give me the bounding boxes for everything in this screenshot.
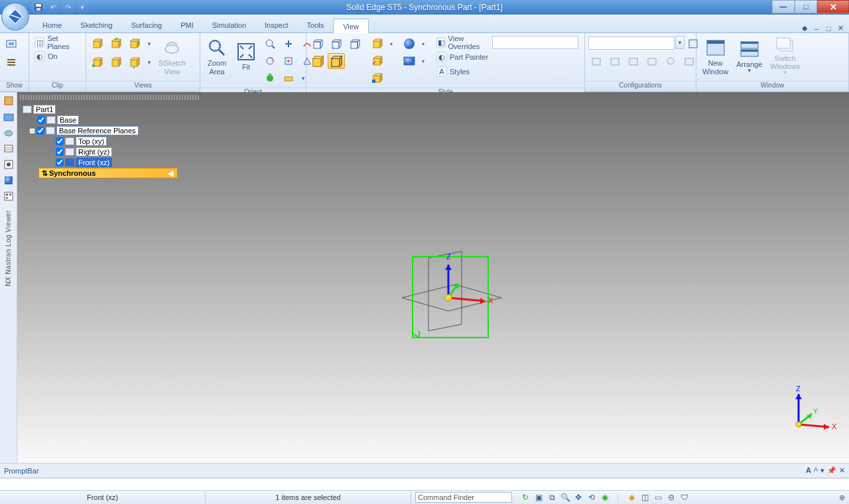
- styles-button[interactable]: A Styles: [434, 65, 582, 78]
- prompt-input[interactable]: [0, 478, 849, 490]
- style-gradient-icon[interactable]: [401, 53, 418, 69]
- tree-plane-front[interactable]: Front (xz): [54, 157, 178, 168]
- views-dropdown-icon[interactable]: ▼: [145, 36, 154, 52]
- status-zoomout-icon[interactable]: ⊖: [666, 492, 677, 503]
- status-fit-icon[interactable]: ▣: [533, 492, 544, 503]
- arrange-button[interactable]: Arrange▼: [733, 34, 765, 78]
- qat-redo-icon[interactable]: ↷: [61, 1, 74, 13]
- config-icon-1[interactable]: [588, 53, 605, 69]
- config-icon-3[interactable]: [625, 53, 642, 69]
- status-spin-icon[interactable]: ◉: [600, 492, 610, 503]
- part-painter-button[interactable]: ◐ Part Painter: [434, 50, 582, 64]
- style-yellow-cube-2[interactable]: [369, 53, 386, 69]
- tab-inspect[interactable]: Inspect: [255, 18, 297, 32]
- status-zoom-icon[interactable]: 🔍: [560, 492, 570, 503]
- 3d-viewport[interactable]: Part1 Base − Base Reference Planes Top (…: [17, 92, 849, 475]
- mdi-close-icon[interactable]: ✕: [836, 24, 845, 32]
- views-cube-6[interactable]: [126, 54, 143, 70]
- qat-undo-icon[interactable]: ↶: [46, 1, 60, 13]
- mdi-restore-icon[interactable]: □: [824, 25, 833, 32]
- qat-save-icon[interactable]: [32, 1, 45, 13]
- status-app-icon[interactable]: 🛡: [679, 492, 690, 503]
- orient-tool-7[interactable]: [261, 70, 279, 86]
- status-expand-icon[interactable]: ⊕: [839, 493, 849, 502]
- zoom-area-button[interactable]: ZoomArea: [203, 34, 231, 78]
- sidebar-icon-7[interactable]: [3, 190, 15, 202]
- set-planes-button[interactable]: ◫Set Planes: [32, 36, 83, 49]
- orient-tool-4[interactable]: [261, 53, 279, 69]
- views-cube-5[interactable]: [107, 54, 125, 70]
- orient-tool-8[interactable]: [280, 70, 297, 86]
- style-sphere-dd[interactable]: ▼: [419, 36, 427, 52]
- tree-plane-right[interactable]: Right (yz): [54, 147, 178, 157]
- sidebar-icon-5[interactable]: [3, 158, 15, 170]
- mdi-minimize-icon[interactable]: –: [812, 25, 821, 32]
- sidebar-icon-2[interactable]: [3, 111, 15, 123]
- tab-tools[interactable]: Tools: [298, 18, 334, 32]
- status-rotate-icon[interactable]: ⟲: [586, 492, 597, 503]
- config-icon-2[interactable]: [606, 53, 623, 69]
- tree-plane-right-check[interactable]: [56, 148, 64, 156]
- window-minimize-button[interactable]: —: [772, 0, 795, 13]
- tab-home[interactable]: Home: [33, 18, 71, 32]
- views-cube-3[interactable]: [126, 36, 143, 52]
- config-combo-dd[interactable]: ▼: [675, 36, 685, 49]
- sidebar-icon-3[interactable]: [3, 127, 15, 139]
- nastran-log-label[interactable]: NX Nastran Log Viewer: [5, 210, 12, 286]
- orient-tool-1[interactable]: [261, 36, 279, 52]
- tree-plane-top[interactable]: Top (xy): [54, 136, 178, 147]
- tree-synchronous[interactable]: ⇅ Synchronous ◀: [38, 168, 178, 178]
- config-combo[interactable]: [588, 36, 675, 50]
- config-icon-6[interactable]: [681, 53, 698, 69]
- tree-plane-front-check[interactable]: [56, 158, 64, 166]
- status-shade-icon[interactable]: ◆: [626, 492, 637, 503]
- tree-base-check[interactable]: [37, 116, 45, 124]
- tab-view[interactable]: View: [333, 19, 369, 33]
- tab-simulation[interactable]: Simulation: [203, 18, 255, 32]
- window-close-button[interactable]: ✕: [817, 0, 849, 13]
- style-wire-1[interactable]: [309, 36, 326, 52]
- prompt-dropdown-icon[interactable]: ▾: [820, 466, 824, 475]
- show-icon-2[interactable]: [3, 54, 20, 70]
- style-yellow-cube-1[interactable]: [369, 36, 386, 52]
- tab-surfacing[interactable]: Surfacing: [122, 18, 171, 32]
- style-yellow-cube-1-dd[interactable]: ▼: [387, 36, 395, 52]
- clip-on-button[interactable]: ◐On: [32, 50, 83, 63]
- sidebar-icon-6[interactable]: [3, 174, 15, 186]
- sidebar-icon-1[interactable]: [3, 95, 15, 107]
- style-yellow-cube-3[interactable]: [369, 70, 386, 86]
- tree-refplanes-check[interactable]: [36, 127, 44, 135]
- prompt-close-icon[interactable]: ✕: [839, 466, 845, 475]
- help-icon[interactable]: ◆: [800, 24, 809, 32]
- qat-dropdown-icon[interactable]: ▼: [76, 1, 89, 13]
- status-cube-icon[interactable]: ◫: [639, 492, 650, 503]
- style-gradient-dd[interactable]: ▼: [419, 53, 427, 69]
- command-finder-input[interactable]: [415, 492, 512, 503]
- status-refresh-icon[interactable]: ↻: [520, 492, 531, 503]
- style-wire-2[interactable]: [328, 36, 345, 52]
- collapse-icon[interactable]: −: [29, 128, 35, 134]
- style-wire-3[interactable]: [346, 36, 363, 52]
- config-icon-5[interactable]: [662, 53, 679, 69]
- view-overrides-row[interactable]: ◧ View Overrides: [434, 36, 582, 49]
- views-cube-1[interactable]: [89, 36, 106, 52]
- sketch-view-button[interactable]: SSketchView: [155, 34, 189, 78]
- sidebar-icon-4[interactable]: [3, 143, 15, 155]
- application-button[interactable]: [1, 3, 29, 31]
- tree-base[interactable]: Base: [36, 115, 178, 125]
- tree-root[interactable]: Part1: [21, 104, 178, 115]
- views-cube-2[interactable]: [107, 36, 125, 52]
- new-window-button[interactable]: NewWindow: [699, 34, 732, 78]
- config-icon-4[interactable]: [643, 53, 661, 69]
- switch-windows-button[interactable]: SwitchWindows▼: [767, 34, 803, 78]
- views-cube-4[interactable]: [89, 54, 106, 70]
- tree-refplanes[interactable]: − Base Reference Planes: [28, 125, 178, 136]
- prompt-font-small-icon[interactable]: A: [814, 466, 818, 475]
- status-zoomarea-icon[interactable]: ⧉: [547, 492, 557, 503]
- view-overrides-combo[interactable]: [492, 36, 578, 49]
- show-icon-1[interactable]: [3, 36, 20, 52]
- tab-sketching[interactable]: Sketching: [71, 18, 121, 32]
- views-dropdown-2-icon[interactable]: ▼: [145, 54, 154, 70]
- tab-pmi[interactable]: PMI: [171, 18, 203, 32]
- prompt-pin-icon[interactable]: 📌: [827, 466, 836, 475]
